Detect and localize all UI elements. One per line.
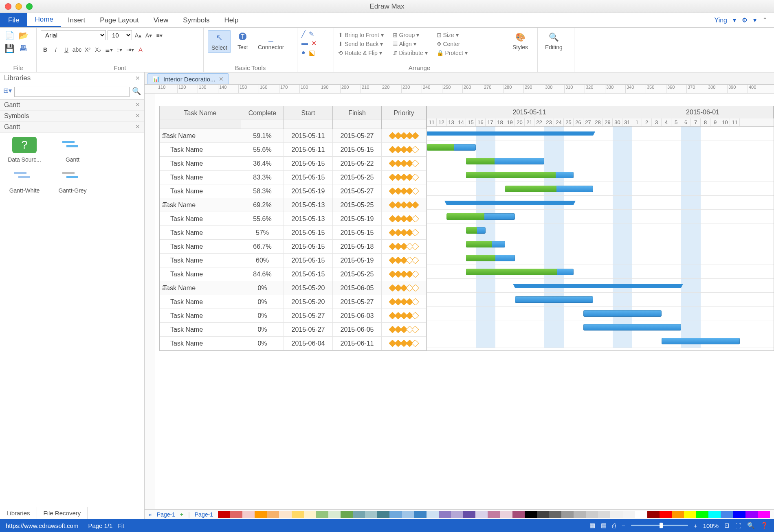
task-name-cell[interactable]: Task Name [160,157,241,170]
view-mode-icon[interactable]: ⎙ [612,522,616,529]
color-swatch[interactable] [586,511,598,518]
menu-page-layout[interactable]: Page Layout [92,13,146,27]
color-swatch[interactable] [598,511,610,518]
color-swatch[interactable] [267,511,279,518]
line-shape-icon[interactable]: ╱ [301,30,306,38]
gantt-row[interactable]: Task Name55.6%2015-05-112015-05-15 [160,143,427,157]
priority-cell[interactable] [382,281,427,295]
complete-cell[interactable]: 84.6% [241,267,284,281]
complete-cell[interactable]: 0% [241,309,284,322]
user-dropdown-icon[interactable]: ▾ [733,16,736,24]
priority-cell[interactable] [382,157,427,170]
bring-to-front-button[interactable]: ⬆ Bring to Front ▾ [338,32,384,38]
distribute-button[interactable]: ⇵ Distribute ▾ [393,50,428,56]
complete-cell[interactable]: 66.7% [241,240,284,253]
color-swatch[interactable] [525,511,537,518]
color-swatch[interactable] [660,511,672,518]
gantt-row[interactable]: Task Name83.3%2015-05-152015-05-25 [160,171,427,184]
color-swatch[interactable] [758,511,770,518]
search-icon[interactable]: 🔍 [747,522,755,529]
prev-page-icon[interactable]: « [149,511,152,518]
line-spacing-button[interactable]: ↕▾ [115,45,124,54]
menu-view[interactable]: View [146,13,176,27]
task-name-cell[interactable]: Task Name [160,129,241,142]
task-name-cell[interactable]: Task Name [160,226,241,239]
help-icon[interactable]: ❓ [761,522,768,529]
select-tool[interactable]: ↖Select [208,30,231,53]
strikethrough-button[interactable]: abc [73,45,81,54]
finish-cell[interactable]: 2015-05-15 [333,143,382,156]
page-tab[interactable]: Page-1 [157,511,175,518]
shape-data-source[interactable]: ?Data Sourc... [4,137,45,163]
priority-cell[interactable] [382,240,427,253]
col-priority[interactable]: Priority [382,106,427,120]
subscript-button[interactable]: X₂ [94,45,103,54]
complete-cell[interactable]: 0% [241,323,284,336]
gantt-timeline-row[interactable] [427,279,774,293]
gantt-timeline-row[interactable] [427,140,774,154]
priority-cell[interactable] [382,184,427,198]
task-name-cell[interactable]: Task Name [160,143,241,156]
font-size-select[interactable]: 10 [108,30,132,40]
start-cell[interactable]: 2015-05-15 [284,240,333,253]
task-name-cell[interactable]: Task Name [160,212,241,225]
library-search-input[interactable] [14,87,130,97]
menu-insert[interactable]: Insert [61,13,93,27]
finish-cell[interactable]: 2015-06-05 [333,323,382,336]
editing-button[interactable]: 🔍Editing [542,30,566,52]
task-name-cell[interactable]: Task Name [160,309,241,322]
color-swatch[interactable] [292,511,304,518]
new-file-icon[interactable]: 📄 [4,30,15,41]
gantt-timeline-row[interactable] [427,307,774,320]
priority-cell[interactable] [382,226,427,239]
task-name-cell[interactable]: Task Name [160,323,241,336]
finish-cell[interactable]: 2015-05-25 [333,198,382,212]
complete-cell[interactable]: 36.4% [241,157,284,170]
zoom-in-icon[interactable]: + [694,522,697,529]
gantt-row[interactable]: Task Name36.4%2015-05-152015-05-22 [160,157,427,171]
col-complete[interactable]: Complete [241,106,284,120]
gantt-timeline-row[interactable] [427,320,774,334]
summary-bar[interactable] [515,284,681,288]
color-swatch[interactable] [377,511,389,518]
color-swatch[interactable] [402,511,414,518]
collapse-toggle-icon[interactable]: ⊟ [161,133,166,139]
color-swatch[interactable] [316,511,328,518]
complete-cell[interactable]: 59.1% [241,129,284,142]
gantt-row[interactable]: Task Name55.6%2015-05-132015-05-19 [160,212,427,226]
priority-cell[interactable] [382,309,427,322]
col-task[interactable]: Task Name [160,106,241,120]
color-swatch[interactable] [427,511,439,518]
styles-button[interactable]: 🎨Styles [509,30,531,52]
document-tab[interactable]: 📊 Interior Decoratio... ✕ [147,73,229,84]
task-name-cell[interactable]: Task Name [160,254,241,267]
color-swatch[interactable] [684,511,696,518]
color-swatch[interactable] [475,511,488,518]
superscript-button[interactable]: X² [83,45,92,54]
gantt-row[interactable]: Task Name58.3%2015-05-192015-05-27 [160,184,427,198]
zoom-out-icon[interactable]: − [622,522,625,529]
indent-button[interactable]: ⇥▾ [125,45,134,54]
priority-cell[interactable] [382,143,427,156]
start-cell[interactable]: 2015-05-20 [284,295,333,309]
increase-font-icon[interactable]: A▴ [134,31,143,40]
task-bar[interactable] [466,227,486,234]
gantt-row[interactable]: ⊟Task Name69.2%2015-05-132015-05-25 [160,198,427,212]
crop-icon[interactable]: ⬕ [309,49,315,57]
color-swatch[interactable] [512,511,525,518]
task-name-cell[interactable]: Task Name [160,337,241,350]
finish-cell[interactable]: 2015-06-11 [333,337,382,350]
center-button[interactable]: ✥ Center [437,41,468,47]
color-swatch[interactable] [463,511,475,518]
priority-cell[interactable] [382,295,427,309]
start-cell[interactable]: 2015-05-15 [284,157,333,170]
start-cell[interactable]: 2015-06-04 [284,337,333,350]
gantt-timeline-row[interactable] [427,223,774,237]
rotate-flip-button[interactable]: ⟲ Rotate & Flip ▾ [338,50,384,56]
maximize-window-button[interactable] [26,3,33,10]
color-swatch[interactable] [341,511,353,518]
color-swatch[interactable] [696,511,708,518]
shape-gantt[interactable]: Gantt [52,137,93,163]
task-bar[interactable] [466,158,544,164]
color-swatch[interactable] [537,511,549,518]
